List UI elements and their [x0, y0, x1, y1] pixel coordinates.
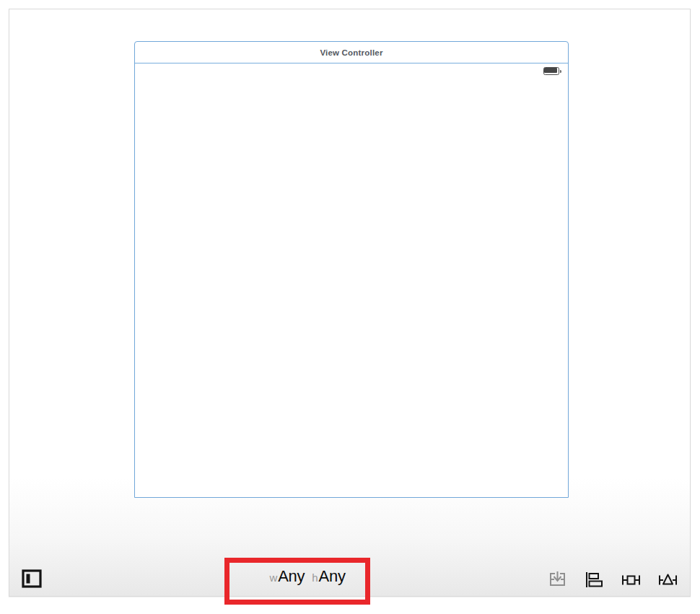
- resolve-auto-layout-issues-button[interactable]: [654, 567, 681, 592]
- battery-full-icon: [543, 67, 561, 75]
- view-controller-root-view[interactable]: [135, 63, 568, 497]
- height-class-label: h: [312, 571, 318, 584]
- document-outline-toggle-icon: [22, 569, 42, 590]
- width-class-value: Any: [278, 567, 305, 586]
- size-class-control[interactable]: w Any h Any: [250, 567, 365, 592]
- interface-builder-canvas[interactable]: View Controller w Any h Any: [9, 9, 691, 597]
- width-class-label: w: [269, 571, 277, 584]
- pin-button[interactable]: [617, 567, 644, 592]
- embed-in-stack-button[interactable]: [543, 567, 571, 592]
- scene-title: View Controller: [320, 48, 382, 57]
- embed-in-stack-icon: [548, 571, 567, 589]
- align-icon: [585, 571, 604, 589]
- auto-layout-toolbar: [534, 567, 681, 592]
- height-class-value: Any: [319, 567, 346, 586]
- document-outline-toggle-button[interactable]: [19, 568, 44, 591]
- pin-icon: [621, 571, 642, 589]
- align-button[interactable]: [580, 567, 608, 592]
- resolve-auto-layout-issues-icon: [657, 571, 678, 589]
- view-controller-scene[interactable]: View Controller: [134, 41, 569, 498]
- scene-titlebar[interactable]: View Controller: [135, 42, 568, 63]
